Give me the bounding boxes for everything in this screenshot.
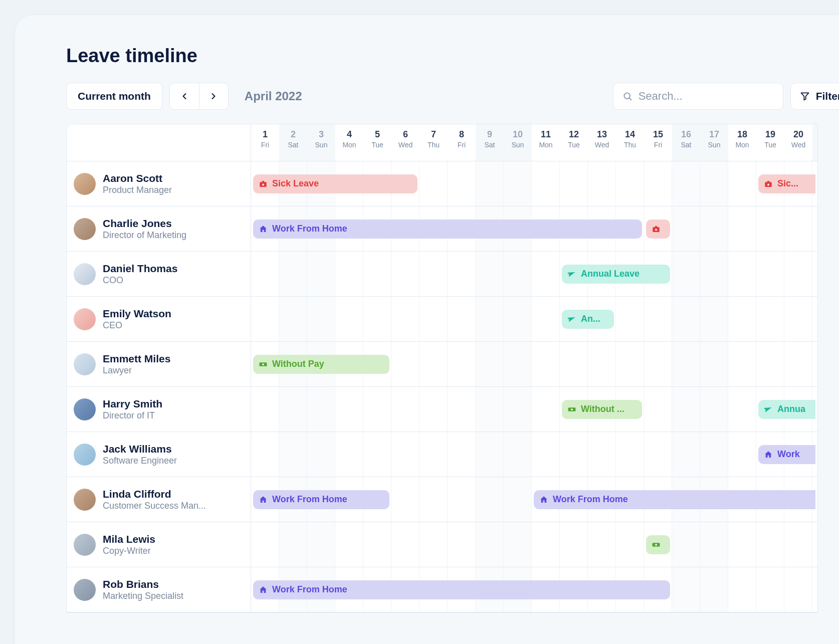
prev-month-button[interactable] — [170, 83, 199, 109]
grid-cell — [420, 297, 448, 341]
grid-cell — [504, 387, 532, 432]
chevron-right-icon — [208, 91, 219, 101]
grid-cell — [700, 387, 728, 432]
home-icon — [258, 585, 268, 595]
grid-cell — [700, 522, 728, 567]
employee-role: Customer Success Man... — [103, 501, 206, 511]
day-col-header: 10Sun — [504, 124, 532, 161]
grid-cell — [420, 387, 448, 432]
grid-cell — [700, 567, 728, 612]
current-month-button[interactable]: Current month — [66, 83, 162, 110]
day-name: Sun — [307, 141, 335, 149]
leave-pill-sick[interactable]: Sick Leave — [253, 174, 417, 193]
leave-pill-annual[interactable]: Annual Leave — [562, 265, 670, 284]
leave-pill-annual[interactable]: Annua — [758, 400, 815, 419]
grid-cell — [616, 297, 644, 341]
filter-button[interactable]: Filter — [790, 83, 839, 110]
leave-pill-wfh[interactable]: Work From Home — [253, 490, 389, 509]
grid-cell — [672, 342, 700, 386]
day-col-header: 1Fri — [251, 124, 279, 161]
grid-cell — [279, 432, 307, 477]
employee-cell[interactable]: Aaron ScottProduct Manager — [67, 161, 251, 206]
timeline-row: Aaron ScottProduct ManagerSick LeaveSic.… — [67, 161, 817, 206]
grid-cell — [728, 432, 756, 477]
timeline-grid: Annual Leave — [251, 252, 817, 296]
grid-cell — [307, 297, 335, 341]
search-field[interactable] — [613, 83, 783, 110]
grid-cell — [700, 252, 728, 296]
employee-cell[interactable]: Linda CliffordCustomer Success Man... — [67, 477, 251, 522]
leave-pill-nopay[interactable]: Without ... — [562, 400, 642, 419]
day-name: Sat — [672, 141, 700, 149]
grid-cell — [476, 297, 504, 341]
day-col-header: 17Sun — [700, 124, 728, 161]
employee-cell[interactable]: Daniel ThomasCOO — [67, 252, 251, 296]
day-number: 18 — [728, 129, 756, 140]
svg-rect-12 — [655, 226, 658, 228]
leave-pill-nopay[interactable]: Without Pay — [253, 355, 389, 374]
grid-cell — [784, 522, 812, 567]
leave-pill-wfh[interactable]: Work — [758, 445, 815, 464]
grid-cell — [756, 206, 784, 251]
leave-label: Without Pay — [272, 359, 324, 369]
employee-cell[interactable]: Harry SmithDirector of IT — [67, 387, 251, 432]
grid-cell — [391, 252, 420, 296]
leave-label: Work — [777, 449, 800, 460]
day-name: Tue — [756, 141, 784, 149]
employee-cell[interactable]: Emmett MilesLawyer — [67, 342, 251, 386]
svg-rect-10 — [767, 184, 770, 185]
timeline-grid: Sick LeaveSic... — [251, 161, 817, 206]
day-col-header: 5Tue — [363, 124, 391, 161]
home-icon — [258, 495, 268, 505]
grid-cell — [756, 297, 784, 341]
leave-pill-annual[interactable]: An... — [562, 310, 614, 329]
grid-cell — [784, 206, 812, 251]
grid-cell — [448, 477, 476, 522]
grid-cell — [672, 297, 700, 341]
avatar — [74, 534, 96, 556]
grid-cell — [616, 432, 644, 477]
employee-cell[interactable]: Emily WatsonCEO — [67, 297, 251, 341]
avatar — [74, 353, 96, 375]
leave-pill-nopay[interactable] — [646, 535, 670, 554]
toolbar: Current month April 2022 — [66, 83, 839, 110]
grid-cell — [588, 161, 616, 206]
svg-rect-14 — [655, 229, 658, 230]
grid-cell — [728, 252, 756, 296]
day-col-header: 6Wed — [391, 124, 420, 161]
grid-cell — [672, 522, 700, 567]
leave-pill-sick[interactable] — [646, 220, 670, 239]
home-icon — [258, 224, 268, 234]
leave-label: Work From Home — [272, 584, 347, 595]
grid-cell — [448, 342, 476, 386]
next-month-button[interactable] — [199, 83, 228, 109]
day-number: 6 — [391, 129, 420, 140]
timeline-grid: An... — [251, 297, 817, 341]
employee-cell[interactable]: Jack WilliamsSoftware Engineer — [67, 432, 251, 477]
employee-role: CEO — [103, 320, 171, 331]
employee-cell[interactable]: Charlie JonesDirector of Marketing — [67, 206, 251, 251]
day-number: 13 — [588, 129, 616, 140]
employee-cell[interactable]: Rob BriansMarketing Specialist — [67, 567, 251, 612]
grid-cell — [504, 252, 532, 296]
day-col-header: 2Sat — [279, 124, 307, 161]
grid-cell — [420, 161, 448, 206]
timeline-row: Rob BriansMarketing SpecialistWork From … — [67, 567, 817, 612]
timeline-row: Charlie JonesDirector of MarketingWork F… — [67, 206, 817, 252]
leave-pill-wfh[interactable]: Work From Home — [253, 220, 642, 239]
leave-pill-wfh[interactable]: Work From Home — [534, 490, 815, 509]
search-input[interactable] — [639, 90, 774, 103]
grid-cell — [560, 342, 588, 386]
day-col-header: 11Mon — [532, 124, 560, 161]
grid-cell — [700, 161, 728, 206]
grid-cell — [588, 432, 616, 477]
leave-pill-sick[interactable]: Sic... — [758, 174, 815, 193]
leave-pill-wfh[interactable]: Work From Home — [253, 580, 670, 599]
grid-cell — [279, 297, 307, 341]
leave-label: Annua — [777, 404, 805, 414]
chevron-left-icon — [179, 91, 189, 101]
employee-name: Aaron Scott — [103, 172, 172, 184]
grid-cell — [532, 161, 560, 206]
grid-cell — [532, 297, 560, 341]
employee-cell[interactable]: Mila LewisCopy-Writer — [67, 522, 251, 567]
